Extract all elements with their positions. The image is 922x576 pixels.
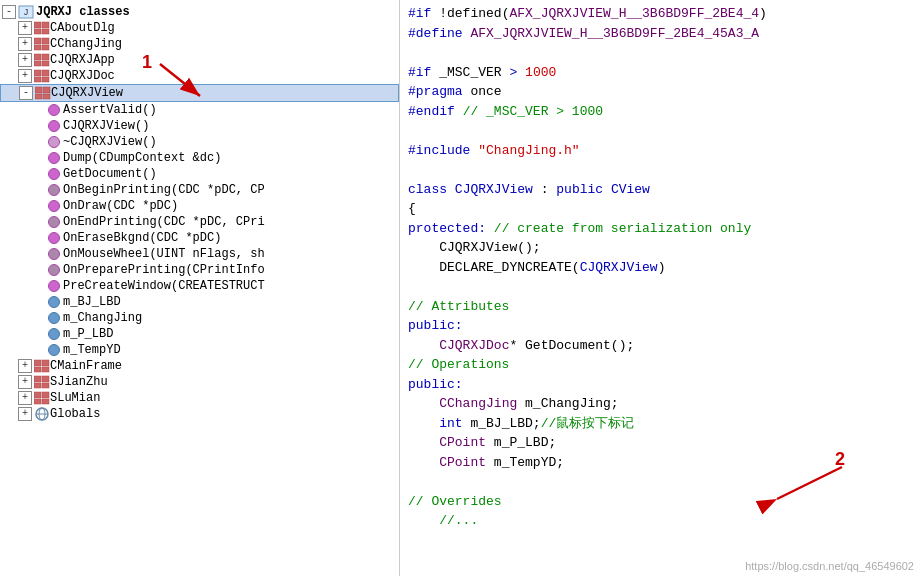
tree-item-precreatewindow[interactable]: PreCreateWindow(CREATESTRUCT: [0, 278, 399, 294]
precreatewindow-label: PreCreateWindow(CREATESTRUCT: [63, 279, 265, 293]
caboutdlg-expand[interactable]: +: [18, 21, 32, 35]
dump-label: Dump(CDumpContext &dc): [63, 151, 221, 165]
tree-item-cmainframe[interactable]: + CMainFrame: [0, 358, 399, 374]
tree-item-m-bj-lbd[interactable]: m_BJ_LBD: [0, 294, 399, 310]
code-line-1: #if !defined(AFX_JQRXJVIEW_H__3B6BD9FF_2…: [408, 4, 914, 24]
class-icon-sjianzhu: [34, 375, 50, 389]
tree-item-m-tempyd[interactable]: m_TempYD: [0, 342, 399, 358]
tree-item-onmousewheel[interactable]: OnMouseWheel(UINT nFlags, sh: [0, 246, 399, 262]
tree-item-onprepareprinting[interactable]: OnPreparePrinting(CPrintInfo: [0, 262, 399, 278]
tree-title-content: J JQRXJ classes: [18, 5, 130, 19]
code-line-comment-ops: // Operations: [408, 355, 914, 375]
method-icon-getdocument: [48, 168, 60, 180]
globals-content: Globals: [34, 407, 100, 421]
code-line-empty2: [408, 121, 914, 141]
tree-item-onendprinting[interactable]: OnEndPrinting(CDC *pDC, CPri: [0, 214, 399, 230]
root-expand[interactable]: -: [2, 5, 16, 19]
icon-globals: [34, 407, 50, 421]
tree-item-assertvalid[interactable]: AssertValid(): [0, 102, 399, 118]
cjqrxjapp-expand[interactable]: +: [18, 53, 32, 67]
method-icon-onendprinting: [48, 216, 60, 228]
cmainframe-expand[interactable]: +: [18, 359, 32, 373]
tree-item-cjqrxjapp[interactable]: + CJQRXJApp: [0, 52, 399, 68]
tree-item-sjianzhu[interactable]: + SJianZhu: [0, 374, 399, 390]
onendprinting-label: OnEndPrinting(CDC *pDC, CPri: [63, 215, 265, 229]
class-icon-slumian: [34, 391, 50, 405]
cmainframe-label: CMainFrame: [50, 359, 122, 373]
sjianzhu-content: SJianZhu: [34, 375, 108, 389]
tree-item-m-changjing[interactable]: m_ChangJing: [0, 310, 399, 326]
code-line-4: #if _MSC_VER > 1000: [408, 63, 914, 83]
cjqrxjview-content: CJQRXJView: [35, 86, 123, 100]
tree-item-caboutdlg[interactable]: + CAboutDlg: [0, 20, 399, 36]
tree-item-cjqrxjdoc[interactable]: + CJQRXJDoc: [0, 68, 399, 84]
tree-item-ondraw[interactable]: OnDraw(CDC *pDC): [0, 198, 399, 214]
svg-rect-15: [42, 70, 49, 76]
svg-rect-29: [34, 376, 41, 382]
caboutdlg-label: CAboutDlg: [50, 21, 115, 35]
code-line-ctor-decl: CJQRXJView();: [408, 238, 914, 258]
class-icon-cjqrxjapp: [34, 53, 50, 67]
svg-rect-4: [34, 29, 41, 34]
svg-rect-8: [34, 45, 41, 50]
method-icon-onmousewheel: [48, 248, 60, 260]
code-line-public1: public:: [408, 316, 914, 336]
tree-item-globals[interactable]: + Globals: [0, 406, 399, 422]
tree-item-m-p-lbd[interactable]: m_P_LBD: [0, 326, 399, 342]
svg-rect-13: [42, 61, 49, 66]
main-container: - J JQRXJ classes + CAboutDlg: [0, 0, 922, 576]
svg-rect-5: [42, 29, 49, 34]
method-icon-dtor: [48, 136, 60, 148]
cjqrxjview-dtor-label: ~CJQRXJView(): [63, 135, 157, 149]
tree-item-getdocument[interactable]: GetDocument(): [0, 166, 399, 182]
tree-item-onbeginprinting[interactable]: OnBeginPrinting(CDC *pDC, CP: [0, 182, 399, 198]
class-icon-cjqrxjview: [35, 86, 51, 100]
cchangjing-expand[interactable]: +: [18, 37, 32, 51]
cjqrxjdoc-expand[interactable]: +: [18, 69, 32, 83]
code-line-empty5: [408, 472, 914, 492]
method-icon-onerasebkgnd: [48, 232, 60, 244]
onmousewheel-label: OnMouseWheel(UINT nFlags, sh: [63, 247, 265, 261]
code-line-empty3: [408, 160, 914, 180]
cchangjing-label: CChangJing: [50, 37, 122, 51]
code-line-public2: public:: [408, 375, 914, 395]
svg-rect-10: [34, 54, 41, 60]
svg-rect-2: [34, 22, 41, 28]
tree-item-onerasebkgnd[interactable]: OnEraseBkgnd(CDC *pDC): [0, 230, 399, 246]
svg-rect-33: [34, 392, 41, 398]
cjqrxjview-ctor-label: CJQRXJView(): [63, 119, 149, 133]
tree-item-slumian[interactable]: + SLuMian: [0, 390, 399, 406]
code-line-ellipsis: //...: [408, 511, 914, 531]
svg-rect-6: [34, 38, 41, 44]
code-line-class: class CJQRXJView : public CView: [408, 180, 914, 200]
code-line-empty1: [408, 43, 914, 63]
class-icon-caboutdlg: [34, 21, 50, 35]
slumian-expand[interactable]: +: [18, 391, 32, 405]
tree-item-cjqrxjview-dtor[interactable]: ~CJQRXJView(): [0, 134, 399, 150]
sjianzhu-expand[interactable]: +: [18, 375, 32, 389]
tree-item-cchangjing[interactable]: + CChangJing: [0, 36, 399, 52]
field-icon-m-p-lbd: [48, 328, 60, 340]
tree-item-cjqrxjview[interactable]: - CJQRXJView: [0, 84, 399, 102]
right-panel: #if !defined(AFX_JQRXJVIEW_H__3B6BD9FF_2…: [400, 0, 922, 576]
globals-label: Globals: [50, 407, 100, 421]
tree-item-cjqrxjview-ctor[interactable]: CJQRXJView(): [0, 118, 399, 134]
field-icon-m-bj-lbd: [48, 296, 60, 308]
onerasebkgnd-label: OnEraseBkgnd(CDC *pDC): [63, 231, 221, 245]
getdocument-label: GetDocument(): [63, 167, 157, 181]
code-line-include: #include "ChangJing.h": [408, 141, 914, 161]
code-line-p-lbd: CPoint m_P_LBD;: [408, 433, 914, 453]
svg-rect-12: [34, 61, 41, 66]
method-icon-ctor: [48, 120, 60, 132]
left-panel[interactable]: - J JQRXJ classes + CAboutDlg: [0, 0, 400, 576]
watermark: https://blog.csdn.net/qq_46549602: [745, 560, 914, 572]
svg-rect-26: [42, 360, 49, 366]
svg-rect-20: [35, 94, 42, 99]
m-p-lbd-label: m_P_LBD: [63, 327, 113, 341]
svg-rect-14: [34, 70, 41, 76]
cjqrxjview-expand[interactable]: -: [19, 86, 33, 100]
svg-rect-30: [42, 376, 49, 382]
method-icon-dump: [48, 152, 60, 164]
tree-item-dump[interactable]: Dump(CDumpContext &dc): [0, 150, 399, 166]
globals-expand[interactable]: +: [18, 407, 32, 421]
